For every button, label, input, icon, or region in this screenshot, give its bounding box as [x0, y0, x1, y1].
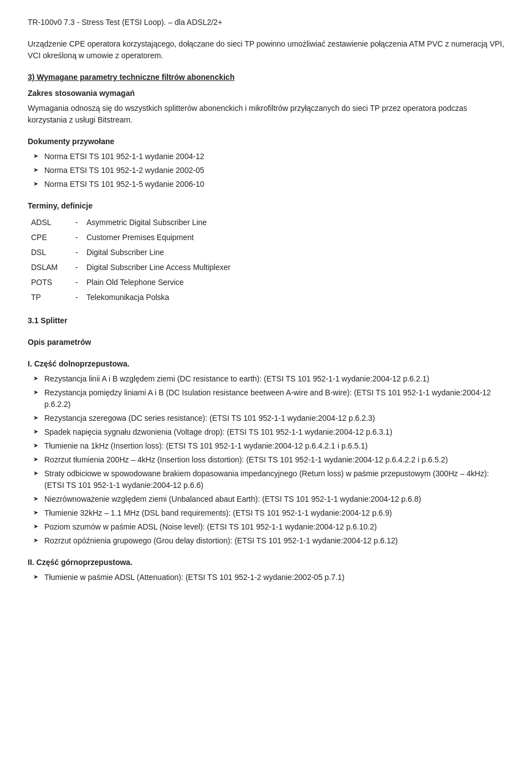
- list-item: Tłumienie na 1kHz (Insertion loss): (ETS…: [33, 440, 504, 452]
- table-row: POTS - Plain Old Telephone Service: [28, 275, 504, 290]
- header-line1: TR-100v0 7.3 - Stress Test (ETSI Loop). …: [28, 17, 504, 28]
- list-item: Rezystancja linii A i B względem ziemi (…: [33, 373, 504, 385]
- term-def: Digital Subscriber Line Access Multiplex…: [83, 260, 504, 275]
- list-item: Rozrzut opóźnienia grupowego (Grou delay…: [33, 535, 504, 547]
- list-item: Norma ETSI TS 101 952-1-2 wydanie 2002-0…: [33, 165, 504, 176]
- list-item: Tłumienie w paśmie ADSL (Attenuation): (…: [33, 572, 504, 583]
- documents-title: Dokumenty przywołane: [28, 136, 504, 147]
- section3: 3) Wymagane parametry techniczne filtrów…: [28, 72, 504, 126]
- list-item: Norma ETSI TS 101 952-1-5 wydanie 2006-1…: [33, 179, 504, 190]
- list-item: Rezystancja pomiędzy liniami A i B (DC I…: [33, 387, 504, 410]
- list-item: Straty odbiciowe w spowodowane brakiem d…: [33, 468, 504, 491]
- list-item: Norma ETSI TS 101 952-1-1 wydanie 2004-1…: [33, 151, 504, 162]
- terms-section: Terminy, definicje ADSL - Asymmetric Dig…: [28, 200, 504, 305]
- terms-title: Terminy, definicje: [28, 200, 504, 212]
- section3-title: 3) Wymagane parametry techniczne filtrów…: [28, 72, 504, 83]
- params-desc-section: Opis parametrów: [28, 337, 504, 348]
- section-I-title: I. Część dolnoprzepustowa.: [28, 358, 504, 370]
- term-abbr: CPE: [28, 230, 72, 245]
- list-item: Tłumienie 32kHz – 1.1 MHz (DSL band requ…: [33, 507, 504, 519]
- term-abbr: DSL: [28, 245, 72, 260]
- term-def: Telekomunikacja Polska: [83, 290, 504, 305]
- term-def: Digital Subscriber Line: [83, 245, 504, 260]
- document-container: TR-100v0 7.3 - Stress Test (ETSI Loop). …: [28, 17, 504, 583]
- term-abbr: DSLAM: [28, 260, 72, 275]
- section-II: II. Część górnoprzepustowa. Tłumienie w …: [28, 557, 504, 583]
- section-I: I. Część dolnoprzepustowa. Rezystancja l…: [28, 358, 504, 547]
- header-section: TR-100v0 7.3 - Stress Test (ETSI Loop). …: [28, 17, 504, 28]
- term-def: Plain Old Telephone Service: [83, 275, 504, 290]
- term-sep: -: [72, 230, 83, 245]
- splitter-title: 3.1 Splitter: [28, 315, 504, 327]
- documents-section: Dokumenty przywołane Norma ETSI TS 101 9…: [28, 136, 504, 190]
- list-item: Spadek napięcia sygnału dzwonienia (Volt…: [33, 426, 504, 438]
- term-abbr: POTS: [28, 275, 72, 290]
- section-II-title: II. Część górnoprzepustowa.: [28, 557, 504, 568]
- documents-list: Norma ETSI TS 101 952-1-1 wydanie 2004-1…: [28, 151, 504, 190]
- params-desc-title: Opis parametrów: [28, 337, 504, 348]
- section-II-list: Tłumienie w paśmie ADSL (Attenuation): (…: [28, 572, 504, 583]
- term-abbr: TP: [28, 290, 72, 305]
- table-row: DSL - Digital Subscriber Line: [28, 245, 504, 260]
- table-row: DSLAM - Digital Subscriber Line Access M…: [28, 260, 504, 275]
- list-item: Rozrzut tłumienia 200Hz – 4kHz (Insertio…: [33, 454, 504, 466]
- list-item: Poziom szumów w paśmie ADSL (Noise level…: [33, 521, 504, 533]
- term-sep: -: [72, 245, 83, 260]
- list-item: Niezrównoważenie względem ziemi (Unbalan…: [33, 493, 504, 505]
- term-abbr: ADSL: [28, 215, 72, 230]
- term-def: Asymmetric Digital Subscriber Line: [83, 215, 504, 230]
- term-def: Customer Premises Equipment: [83, 230, 504, 245]
- table-row: TP - Telekomunikacja Polska: [28, 290, 504, 305]
- term-sep: -: [72, 260, 83, 275]
- section-I-list: Rezystancja linii A i B względem ziemi (…: [28, 373, 504, 547]
- table-row: CPE - Customer Premises Equipment: [28, 230, 504, 245]
- intro-paragraph: Urządzenie CPE operatora korzystającego,…: [28, 38, 504, 62]
- list-item: Rezystancja szeregowa (DC series resista…: [33, 413, 504, 424]
- scope-label: Zakres stosowania wymagań: [28, 88, 504, 99]
- term-sep: -: [72, 215, 83, 230]
- scope-text: Wymagania odnoszą się do wszystkich spli…: [28, 103, 504, 126]
- terms-table: ADSL - Asymmetric Digital Subscriber Lin…: [28, 215, 504, 305]
- term-sep: -: [72, 275, 83, 290]
- splitter-section: 3.1 Splitter: [28, 315, 504, 327]
- table-row: ADSL - Asymmetric Digital Subscriber Lin…: [28, 215, 504, 230]
- intro-section: Urządzenie CPE operatora korzystającego,…: [28, 38, 504, 62]
- term-sep: -: [72, 290, 83, 305]
